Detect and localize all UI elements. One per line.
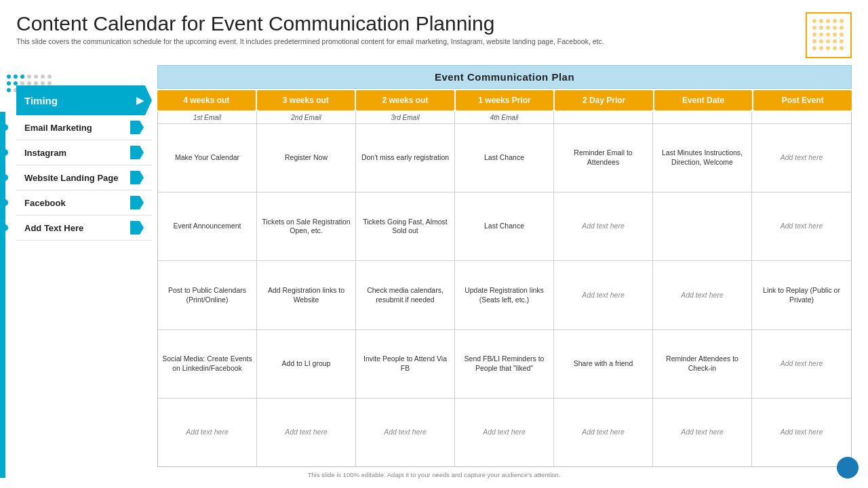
- sidebar-row-email: Email Marketing: [16, 115, 152, 140]
- cell-facebook-0: Social Media: Create Events on Linkedin/…: [158, 330, 257, 398]
- sidebar-row-instagram: Instagram: [16, 140, 152, 165]
- sub-header-6: [752, 112, 851, 123]
- sidebar-label-email: Email Marketing: [24, 123, 92, 133]
- cell-facebook-5: Reminder Attendees to Check-in: [653, 330, 752, 398]
- cell-instagram-1: Tickets on Sale Registration Open, etc.: [257, 192, 356, 260]
- sidebar-dot-facebook: [1, 199, 8, 206]
- sidebar-label-website: Website Landing Page: [24, 173, 118, 183]
- col-header-4: 2 Day Prior: [555, 90, 653, 110]
- sidebar-arrow-website: [130, 171, 144, 184]
- sidebar-dot-addtext: [1, 224, 8, 231]
- sidebar-dot-website: [1, 174, 8, 181]
- sidebar-label-instagram: Instagram: [24, 148, 66, 158]
- slide-title: Content Calendar for Event Communication…: [16, 12, 797, 35]
- cell-instagram-2: Tickets Going Fast, Almost Sold out: [356, 192, 455, 260]
- cell-email-6: Add text here: [752, 124, 851, 192]
- col-header-5: Event Date: [654, 90, 753, 110]
- cell-website-2: Check media calendars, resubmit if neede…: [356, 261, 455, 329]
- table-row-facebook: Social Media: Create Events on Linkedin/…: [158, 330, 851, 399]
- cell-instagram-0: Event Announcement: [158, 192, 257, 260]
- column-headers: 4 weeks out 3 weeks out 2 weeks out 1 we…: [157, 90, 852, 110]
- cell-addtext-0: Add text here: [158, 399, 257, 466]
- slide-subtitle: This slide covers the communication sche…: [16, 37, 797, 45]
- sidebar-row-addtext: Add Text Here: [16, 216, 152, 241]
- col-header-6: Post Event: [753, 90, 852, 110]
- cell-email-5: Last Minutes Instructions, Direction, We…: [653, 124, 752, 192]
- sub-header-1: 2nd Email: [257, 112, 356, 123]
- sidebar-dot-instagram: [1, 149, 8, 156]
- col-header-2: 2 weeks out: [356, 90, 454, 110]
- sidebar: Timing ▶ Email Marketing Instagram: [16, 85, 152, 467]
- sidebar-row-facebook: Facebook: [16, 190, 152, 216]
- sidebar-dot-email: [1, 124, 8, 131]
- sidebar-arrow-addtext: [130, 221, 144, 235]
- main-content: Timing ▶ Email Marketing Instagram: [16, 65, 852, 467]
- sidebar-arrow-facebook: [130, 196, 144, 209]
- cell-instagram-5: [653, 192, 752, 260]
- sub-header-2: 3rd Email: [356, 112, 455, 123]
- cell-email-3: Last Chance: [455, 124, 554, 192]
- logo-box: [806, 12, 852, 58]
- sidebar-arrow-instagram: [130, 146, 144, 159]
- table-area: Event Communication Plan 4 weeks out 3 w…: [157, 65, 852, 467]
- cell-addtext-4: Add text here: [554, 399, 653, 466]
- cell-addtext-3: Add text here: [455, 399, 554, 466]
- footer-text: This slide is 100% editable. Adapt it to…: [16, 467, 852, 480]
- cell-email-2: Don't miss early registration: [356, 124, 455, 192]
- cell-website-1: Add Registration links to Website: [257, 261, 356, 329]
- sub-header-row: 1st Email 2nd Email 3rd Email 4th Email: [158, 112, 851, 124]
- header-area: Content Calendar for Event Communication…: [16, 12, 852, 58]
- timing-label: Timing: [24, 95, 58, 106]
- left-accent-bar: [0, 112, 5, 478]
- slide: Content Calendar for Event Communication…: [0, 0, 868, 488]
- sub-header-5: [653, 112, 752, 123]
- sub-header-4: [554, 112, 653, 123]
- cell-facebook-4: Share with a friend: [554, 330, 653, 398]
- table-row-email: Make Your Calendar Register Now Don't mi…: [158, 124, 851, 192]
- cell-website-0: Post to Public Calendars (Print/Online): [158, 261, 257, 329]
- cell-website-5: Add text here: [653, 261, 752, 329]
- cell-addtext-1: Add text here: [257, 399, 356, 466]
- cell-instagram-3: Last Chance: [455, 192, 554, 260]
- sidebar-label-facebook: Facebook: [24, 198, 66, 208]
- cell-email-0: Make Your Calendar: [158, 124, 257, 192]
- cell-addtext-2: Add text here: [356, 399, 455, 466]
- table-row-website: Post to Public Calendars (Print/Online) …: [158, 261, 851, 329]
- data-table: 1st Email 2nd Email 3rd Email 4th Email …: [157, 112, 852, 467]
- logo-dots: [812, 19, 845, 52]
- cell-email-4: Reminder Email to Attendees: [554, 124, 653, 192]
- plan-title-bar: Event Communication Plan: [157, 65, 852, 89]
- col-header-0: 4 weeks out: [157, 90, 256, 110]
- sidebar-label-addtext: Add Text Here: [24, 223, 83, 233]
- cell-email-1: Register Now: [257, 124, 356, 192]
- timing-header: Timing ▶: [16, 85, 152, 115]
- col-header-1: 3 weeks out: [257, 90, 355, 110]
- table-row-addtext: Add text here Add text here Add text her…: [158, 399, 851, 466]
- cell-facebook-2: Invite People to Attend Via FB: [356, 330, 455, 398]
- cell-website-3: Update Registration links (Seats left, e…: [455, 261, 554, 329]
- table-row-instagram: Event Announcement Tickets on Sale Regis…: [158, 192, 851, 261]
- cell-website-6: Link to Replay (Public or Private): [752, 261, 851, 329]
- cell-website-4: Add text here: [554, 261, 653, 329]
- cell-facebook-1: Add to LI group: [257, 330, 356, 398]
- cell-addtext-5: Add text here: [653, 399, 752, 466]
- col-header-3: 1 weeks Prior: [456, 90, 554, 110]
- sub-header-3: 4th Email: [455, 112, 554, 123]
- cell-facebook-3: Send FB/LI Reminders to People that "lik…: [455, 330, 554, 398]
- cell-instagram-6: Add text here: [752, 192, 851, 260]
- sidebar-arrow-email: [130, 121, 144, 134]
- bottom-circle-icon: [837, 457, 859, 479]
- cell-addtext-6: Add text here: [752, 399, 851, 466]
- sub-header-0: 1st Email: [158, 112, 257, 123]
- sidebar-row-website: Website Landing Page: [16, 165, 152, 190]
- cell-facebook-6: Add text here: [752, 330, 851, 398]
- cell-instagram-4: Add text here: [554, 192, 653, 260]
- timing-arrow-icon: ▶: [136, 95, 144, 106]
- header-text: Content Calendar for Event Communication…: [16, 12, 797, 45]
